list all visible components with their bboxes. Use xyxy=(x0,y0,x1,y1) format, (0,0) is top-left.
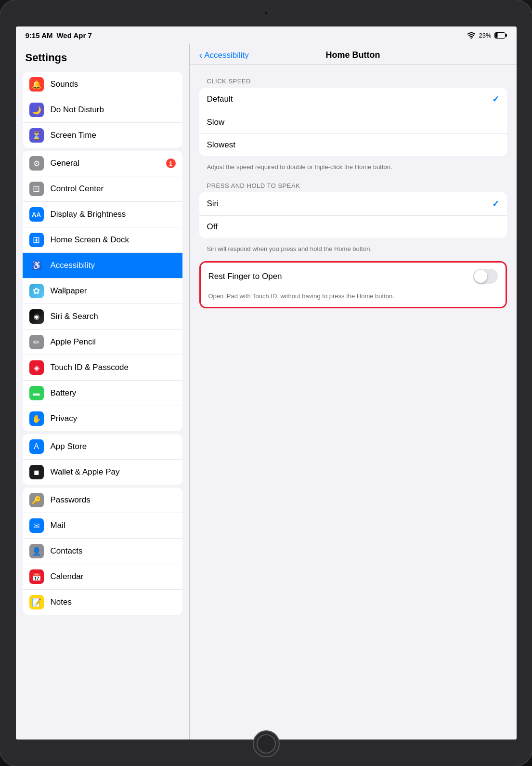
siri-icon: ◉ xyxy=(29,309,44,324)
accessibility-icon: ♿ xyxy=(29,258,44,273)
rest-finger-label: Rest Finger to Open xyxy=(208,272,473,281)
calendar-icon: 📅 xyxy=(29,569,44,584)
sidebar-item-sounds[interactable]: 🔔 Sounds xyxy=(23,72,182,97)
controlcenter-label: Control Center xyxy=(51,184,104,194)
general-icon: ⚙ xyxy=(29,156,44,171)
battery-label: Battery xyxy=(51,388,77,398)
ipad-frame: 9:15 AM Wed Apr 7 23% xyxy=(0,0,532,766)
notes-label: Notes xyxy=(51,597,72,607)
screentime-label: Screen Time xyxy=(51,131,96,140)
calendar-label: Calendar xyxy=(51,572,84,581)
battery-icon xyxy=(494,32,507,39)
rest-finger-section: Rest Finger to Open Open iPad with Touch… xyxy=(199,261,507,308)
click-speed-slowest[interactable]: Slowest xyxy=(199,134,507,156)
contacts-icon: 👤 xyxy=(29,544,44,558)
controlcenter-icon: ⊟ xyxy=(29,182,44,196)
slow-label: Slow xyxy=(207,118,499,127)
sidebar: Settings 🔔 Sounds 🌙 Do Not Disturb ⏳ Scr… xyxy=(16,44,189,740)
detail-panel: ‹ Accessibility Home Button CLICK SPEED … xyxy=(190,44,517,740)
sounds-icon: 🔔 xyxy=(29,77,44,92)
sidebar-item-homescreen[interactable]: ⊞ Home Screen & Dock xyxy=(23,227,182,253)
contacts-label: Contacts xyxy=(51,546,83,556)
press-hold-siri[interactable]: Siri ✓ xyxy=(199,192,507,216)
default-label: Default xyxy=(207,94,492,104)
display-icon: AA xyxy=(29,207,44,222)
sidebar-item-touchid[interactable]: ◈ Touch ID & Passcode xyxy=(23,355,182,381)
rest-finger-footer-wrapper: Open iPad with Touch ID, without having … xyxy=(201,290,506,306)
siri-checkmark: ✓ xyxy=(492,198,499,209)
general-badge: 1 xyxy=(166,158,176,168)
back-button[interactable]: ‹ Accessibility xyxy=(199,50,249,61)
wallet-label: Wallet & Apple Pay xyxy=(51,467,120,477)
siri-option-label: Siri xyxy=(207,199,492,209)
sidebar-item-dnd[interactable]: 🌙 Do Not Disturb xyxy=(23,97,182,123)
status-right: 23% xyxy=(467,32,506,39)
wifi-icon xyxy=(467,32,476,39)
status-time: 9:15 AM xyxy=(26,31,53,40)
ipad-screen: 9:15 AM Wed Apr 7 23% xyxy=(16,26,517,740)
sidebar-item-notes[interactable]: 📝 Notes xyxy=(23,590,182,615)
sidebar-item-siri[interactable]: ◉ Siri & Search xyxy=(23,304,182,330)
sidebar-section-2: ⚙ General 1 ⊟ Control Center AA Display … xyxy=(23,151,182,431)
display-label: Display & Brightness xyxy=(51,210,126,219)
touchid-icon: ◈ xyxy=(29,360,44,375)
mail-icon: ✉ xyxy=(29,518,44,533)
passwords-label: Passwords xyxy=(51,495,91,505)
sidebar-item-general[interactable]: ⚙ General 1 xyxy=(23,151,182,176)
sidebar-item-accessibility[interactable]: ♿ Accessibility xyxy=(23,253,182,278)
sidebar-title: Settings xyxy=(16,44,189,69)
sounds-label: Sounds xyxy=(51,79,78,89)
back-chevron-icon: ‹ xyxy=(199,50,203,61)
siri-label: Siri & Search xyxy=(51,312,98,321)
sidebar-item-display[interactable]: AA Display & Brightness xyxy=(23,202,182,227)
rest-finger-toggle[interactable] xyxy=(473,269,498,284)
slowest-label: Slowest xyxy=(207,140,499,150)
nav-bar: ‹ Accessibility Home Button xyxy=(190,44,517,65)
back-label: Accessibility xyxy=(204,51,249,60)
sidebar-item-passwords[interactable]: 🔑 Passwords xyxy=(23,488,182,513)
svg-rect-3 xyxy=(506,34,507,37)
detail-content: CLICK SPEED Default ✓ Slow Slowest xyxy=(190,65,517,322)
dnd-icon: 🌙 xyxy=(29,103,44,117)
appstore-icon: A xyxy=(29,439,44,454)
sidebar-item-contacts[interactable]: 👤 Contacts xyxy=(23,539,182,564)
sidebar-item-controlcenter[interactable]: ⊟ Control Center xyxy=(23,176,182,202)
sidebar-section-3: A App Store ◼ Wallet & Apple Pay xyxy=(23,434,182,485)
main-content: Settings 🔔 Sounds 🌙 Do Not Disturb ⏳ Scr… xyxy=(16,44,517,740)
wallpaper-icon: ✿ xyxy=(29,284,44,298)
status-bar: 9:15 AM Wed Apr 7 23% xyxy=(16,26,517,44)
general-label: General xyxy=(51,158,79,168)
sidebar-item-pencil[interactable]: ✏ Apple Pencil xyxy=(23,330,182,355)
sidebar-item-mail[interactable]: ✉ Mail xyxy=(23,513,182,539)
svg-point-0 xyxy=(471,38,472,39)
press-hold-header: PRESS AND HOLD TO SPEAK xyxy=(199,179,507,192)
off-label: Off xyxy=(207,222,499,232)
svg-rect-2 xyxy=(495,33,497,38)
accessibility-label: Accessibility xyxy=(51,261,95,270)
mail-label: Mail xyxy=(51,521,65,530)
sidebar-item-screentime[interactable]: ⏳ Screen Time xyxy=(23,123,182,148)
rest-finger-footer: Open iPad with Touch ID, without having … xyxy=(208,292,498,301)
sidebar-item-wallpaper[interactable]: ✿ Wallpaper xyxy=(23,278,182,304)
sidebar-section-4: 🔑 Passwords ✉ Mail 👤 Contacts 📅 Calendar xyxy=(23,488,182,615)
click-speed-default[interactable]: Default ✓ xyxy=(199,88,507,111)
press-hold-group: Siri ✓ Off xyxy=(199,192,507,238)
click-speed-slow[interactable]: Slow xyxy=(199,111,507,134)
sidebar-item-privacy[interactable]: ✋ Privacy xyxy=(23,406,182,431)
pencil-label: Apple Pencil xyxy=(51,337,96,347)
sidebar-item-appstore[interactable]: A App Store xyxy=(23,434,182,460)
wallpaper-label: Wallpaper xyxy=(51,286,87,296)
sidebar-item-wallet[interactable]: ◼ Wallet & Apple Pay xyxy=(23,460,182,485)
press-hold-off[interactable]: Off xyxy=(199,216,507,238)
rest-finger-row[interactable]: Rest Finger to Open xyxy=(201,263,506,290)
sidebar-item-calendar[interactable]: 📅 Calendar xyxy=(23,564,182,590)
homescreen-label: Home Screen & Dock xyxy=(51,235,129,245)
camera xyxy=(264,11,269,15)
home-button-inner xyxy=(257,734,276,753)
rest-finger-group: Rest Finger to Open xyxy=(201,263,506,290)
detail-title: Home Button xyxy=(326,50,380,60)
click-speed-header: CLICK SPEED xyxy=(199,75,507,88)
home-button[interactable] xyxy=(253,730,280,757)
click-speed-footer: Adjust the speed required to double or t… xyxy=(199,160,507,179)
sidebar-item-battery[interactable]: ▬ Battery xyxy=(23,381,182,406)
